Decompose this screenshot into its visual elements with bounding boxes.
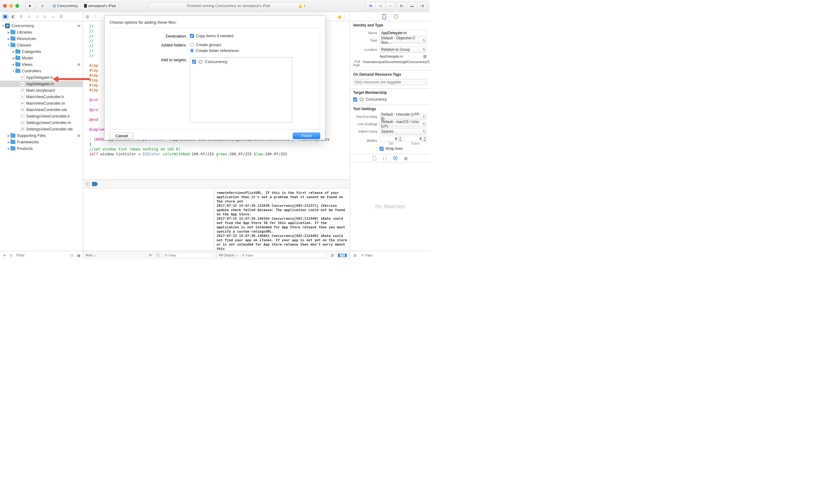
file-name-input[interactable] <box>380 30 427 36</box>
history-forward-icon[interactable]: 〉 <box>99 14 102 19</box>
console-filter-input[interactable] <box>246 254 326 257</box>
console-output[interactable]: remoteVersionsPlistURL. If this is the f… <box>214 188 350 251</box>
file-tree[interactable]: ▼ ⚙ Concurrency M ▶Libraries▶Resources▼C… <box>0 21 83 251</box>
tree-item[interactable]: ▶Supporting FilesM <box>0 132 83 139</box>
tree-item[interactable]: ▼Classes <box>0 42 83 48</box>
media-library-tab[interactable]: ▦ <box>403 155 409 161</box>
tree-item[interactable]: ▶Libraries <box>0 29 83 35</box>
clear-console-icon[interactable]: 🗑 <box>330 253 335 258</box>
breakpoint-tag-icon[interactable] <box>92 182 98 186</box>
finish-button[interactable]: Finish <box>293 133 320 139</box>
encoding-select[interactable]: Default - Unicode (UTF-8)⇅ <box>380 113 427 120</box>
tree-item[interactable]: ▶Categories <box>0 48 83 55</box>
navigator-filter-input[interactable] <box>15 253 67 258</box>
test-navigator-tab[interactable]: ◇ <box>34 14 41 20</box>
project-row[interactable]: ▼ ⚙ Concurrency M <box>0 22 83 29</box>
show-console-pane-icon[interactable] <box>342 253 347 257</box>
tree-item[interactable]: ▶Frameworks <box>0 139 83 145</box>
copy-items-checkbox[interactable] <box>190 34 194 38</box>
library-filter[interactable]: ⊕ <box>359 253 427 257</box>
targets-list[interactable]: Concurrency <box>190 57 292 123</box>
debug-pane-toggle[interactable] <box>338 253 347 257</box>
tree-item[interactable]: ▶Model <box>0 55 83 61</box>
standard-editor-button[interactable] <box>366 2 375 9</box>
create-groups-radio[interactable] <box>190 43 194 47</box>
source-control-navigator-tab[interactable]: ◧ <box>10 14 17 20</box>
quick-help-tab[interactable]: ? <box>392 13 399 20</box>
filter-scope-icon[interactable]: ⊕ <box>9 253 13 257</box>
add-file-button[interactable]: + <box>2 253 7 258</box>
assistant-editor-button[interactable] <box>375 2 386 9</box>
variables-filter[interactable]: ⊕ <box>163 253 214 257</box>
recent-filter-icon[interactable]: ◷ <box>69 253 74 258</box>
find-navigator-tab[interactable]: ⚲ <box>18 14 25 20</box>
toggle-navigator-button[interactable] <box>397 2 407 9</box>
tree-item[interactable]: hSettingsViewController.h <box>0 113 83 119</box>
tree-item[interactable]: hAppDelegate.h <box>0 74 83 81</box>
tree-item[interactable]: mAppDelegate.m <box>0 81 83 87</box>
variables-view[interactable] <box>83 188 214 251</box>
file-inspector-tab[interactable] <box>381 13 388 20</box>
create-refs-radio[interactable] <box>190 49 194 52</box>
project-navigator-tab[interactable] <box>2 14 8 20</box>
minimize-window-icon[interactable] <box>9 4 13 8</box>
editor-mode-segment[interactable] <box>366 2 395 9</box>
warning-indicator[interactable]: ! 2 <box>298 4 306 8</box>
hide-debug-icon[interactable]: ▾ <box>86 182 89 186</box>
file-template-library-tab[interactable] <box>371 155 378 161</box>
tree-item[interactable]: ⊡MainViewController.xib <box>0 106 83 113</box>
variables-scope-popup[interactable]: Auto ⌄ <box>86 253 96 257</box>
panel-visibility-segment[interactable] <box>397 2 427 9</box>
console-scope-popup[interactable]: All Output ⌄ <box>219 253 237 257</box>
next-issue-back-icon[interactable]: 〈 <box>332 14 335 19</box>
quicklook-icon[interactable]: 👁 <box>148 253 153 258</box>
scm-filter-icon[interactable]: ▣ <box>76 253 81 258</box>
file-type-select[interactable]: Default - Objective-C Sou…⇅ <box>380 37 427 43</box>
toggle-debug-button[interactable] <box>407 2 417 9</box>
tree-item[interactable]: ▶Products <box>0 145 83 152</box>
breakpoint-navigator-tab[interactable]: ⏢ <box>50 14 57 20</box>
issue-navigator-tab[interactable]: ⚠ <box>26 14 33 20</box>
tree-item[interactable]: ▶ViewsM <box>0 61 83 68</box>
code-snippet-library-tab[interactable]: { } <box>382 155 388 161</box>
target-checkbox[interactable] <box>353 98 357 102</box>
tree-item[interactable]: hMainViewController.h <box>0 93 83 100</box>
debug-navigator-tab[interactable]: ▷ <box>42 14 49 20</box>
choose-file-icon[interactable]: ▦ <box>423 54 427 59</box>
scheme-selector[interactable]: Concurrency 〉 sensepost's iPad <box>50 2 119 9</box>
tree-item[interactable]: ▼Controllers <box>0 68 83 74</box>
print-description-icon[interactable]: ⓘ <box>156 253 160 258</box>
show-vars-pane-icon[interactable] <box>338 253 342 257</box>
location-select[interactable]: Relative to Group⇅ <box>380 46 427 52</box>
issue-warning-icon[interactable] <box>338 15 342 19</box>
console-filter[interactable]: ⊕ <box>240 253 328 257</box>
library-filter-input[interactable] <box>365 254 426 257</box>
close-window-icon[interactable] <box>3 4 7 8</box>
next-issue-forward-icon[interactable]: 〉 <box>344 14 347 19</box>
version-editor-button[interactable] <box>386 2 395 9</box>
report-navigator-tab[interactable]: ☰ <box>58 14 65 20</box>
stop-button[interactable] <box>38 2 47 9</box>
zoom-window-icon[interactable] <box>15 4 19 8</box>
tree-item[interactable]: ⊡SettingsViewController.xib <box>0 126 83 132</box>
endings-select[interactable]: Default - macOS / Unix (LF)⇅ <box>380 121 427 127</box>
indent-width-input[interactable] <box>404 136 423 142</box>
indent-using-select[interactable]: Spaces⇅ <box>380 128 427 134</box>
toggle-inspector-button[interactable] <box>417 2 427 9</box>
navigator-tab-bar: ◧ ⚲ ⚠ ◇ ▷ ⏢ ☰ <box>0 12 83 21</box>
object-library-tab[interactable] <box>392 155 399 161</box>
run-button[interactable] <box>25 2 35 9</box>
wrap-lines-checkbox[interactable] <box>380 147 384 151</box>
target-row-checkbox[interactable] <box>192 60 196 64</box>
tree-item[interactable]: mMainViewController.m <box>0 100 83 106</box>
related-items-icon[interactable]: ⊞ <box>86 14 89 19</box>
tab-width-input[interactable] <box>380 136 399 142</box>
library-view-icon[interactable]: ⊞ <box>352 253 358 258</box>
history-back-icon[interactable]: 〈 <box>93 14 97 19</box>
tree-item[interactable]: ▶Resources <box>0 35 83 42</box>
tree-item[interactable]: ⊡Main.storyboard <box>0 87 83 93</box>
tree-item-label: Model <box>22 56 33 60</box>
cancel-button[interactable]: Cancel <box>109 133 134 139</box>
variables-filter-input[interactable] <box>169 254 212 257</box>
tree-item[interactable]: mSettingsViewController.m <box>0 119 83 126</box>
